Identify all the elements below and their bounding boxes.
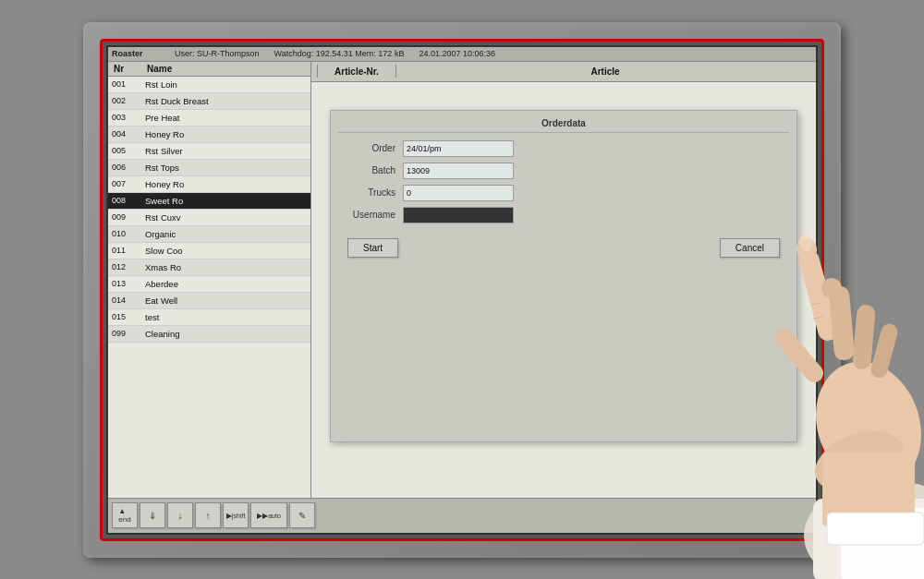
svg-rect-15 (827, 513, 924, 545)
toolbar-btn-skip-auto[interactable]: ▶▶auto (250, 502, 287, 528)
svg-rect-8 (852, 304, 876, 369)
modal-buttons: Start Cancel (338, 238, 789, 258)
screen-border: Roaster User: SU-R-Thompson Watchdog: 19… (100, 39, 824, 541)
user-label: User: SU-R-Thompson (175, 49, 260, 58)
table-row[interactable]: 009 Rst Cuxv (108, 210, 310, 226)
row-nr: 099 (108, 329, 141, 338)
row-nr: 006 (108, 163, 141, 172)
username-input[interactable] (403, 207, 514, 223)
table-row[interactable]: 005 Rst Silver (108, 143, 310, 160)
trucks-label: Trucks (338, 187, 403, 198)
table-row[interactable]: 013 Aberdee (108, 276, 310, 293)
username-field: Username (338, 207, 789, 223)
row-nr: 001 (108, 79, 141, 89)
right-rows: Orderdata Order Batch (311, 82, 816, 498)
order-input[interactable] (403, 140, 514, 157)
row-nr: 007 (108, 179, 141, 188)
row-name: Eat Well (141, 296, 310, 306)
row-name: Pre Heat (141, 113, 310, 123)
right-area: Article-Nr. Article Orderdata Order (311, 62, 816, 498)
row-name: Rst Cuxv (141, 212, 310, 223)
table-row[interactable]: 007 Honey Ro (108, 176, 310, 193)
col-name-header: Name (143, 64, 309, 74)
table-row[interactable]: 003 Pre Heat (108, 110, 310, 127)
order-field: Order (338, 140, 789, 157)
orderdata-modal: Orderdata Order Batch (330, 110, 797, 442)
row-nr: 002 (108, 96, 141, 105)
table-row[interactable]: 010 Organic (108, 226, 310, 243)
batch-label: Batch (338, 165, 403, 175)
row-name: test (141, 312, 310, 322)
row-name: Rst Loin (141, 79, 310, 90)
modal-title: Orderdata (338, 118, 789, 133)
row-nr: 013 (108, 279, 141, 288)
toolbar-btn-up[interactable]: ▲end (112, 502, 138, 528)
screen-inner: Roaster User: SU-R-Thompson Watchdog: 19… (108, 47, 816, 533)
table-row[interactable]: 006 Rst Tops (108, 160, 310, 176)
table-row[interactable]: 001 Rst Loin (108, 77, 310, 93)
article-header: Article-Nr. Article (311, 62, 816, 82)
title-bar-info: User: SU-R-Thompson Watchdog: 192.54.31 … (175, 49, 812, 58)
start-button[interactable]: Start (347, 238, 398, 258)
row-name: Rst Silver (141, 146, 310, 156)
toolbar-btn-skip-fwd[interactable]: ▶|shift (223, 502, 249, 528)
row-name: Sweet Ro (141, 196, 310, 206)
trucks-field: Trucks (338, 185, 789, 201)
row-nr: 003 (108, 113, 141, 122)
cancel-button[interactable]: Cancel (720, 238, 780, 258)
row-nr: 005 (108, 146, 141, 155)
table-rows: 001 Rst Loin 002 Rst Duck Breast 003 Pre… (108, 77, 310, 498)
table-row[interactable]: 012 Xmas Ro (108, 259, 310, 276)
row-name: Slow Coo (141, 246, 310, 256)
row-nr: 014 (108, 296, 141, 305)
toolbar-btn-edit[interactable]: ✎ (289, 502, 315, 528)
table-row[interactable]: 014 Eat Well (108, 293, 310, 309)
col-article-nr-header: Article-Nr. (320, 66, 394, 77)
batch-field: Batch (338, 163, 789, 179)
datetime: 24.01.2007 10:06:36 (419, 49, 495, 58)
table-row[interactable]: 002 Rst Duck Breast (108, 93, 310, 110)
toolbar-btn-up2[interactable]: ↑ (195, 502, 221, 528)
col-nr-header: Nr (110, 64, 143, 74)
row-name: Aberdee (141, 279, 310, 289)
batch-input[interactable] (403, 163, 514, 179)
table-row[interactable]: 011 Slow Coo (108, 243, 310, 259)
row-name: Cleaning (141, 329, 310, 339)
svg-rect-9 (869, 322, 900, 380)
svg-rect-2 (841, 508, 924, 579)
content-area: Nr Name 001 Rst Loin 002 Rst Duck Breast… (108, 62, 816, 498)
toolbar-btn-down[interactable]: ↓ (167, 502, 193, 528)
row-nr: 011 (108, 246, 141, 255)
row-nr: 004 (108, 129, 141, 139)
watchdog-info: Watchdog: 192.54.31 Mem: 172 kB (274, 49, 405, 58)
row-nr: 015 (108, 312, 141, 321)
table-row[interactable]: 004 Honey Ro (108, 127, 310, 143)
toolbar-btn-down-double[interactable]: ⇓ (140, 502, 165, 528)
row-name: Honey Ro (141, 179, 310, 189)
panel-outer: Roaster User: SU-R-Thompson Watchdog: 19… (83, 22, 841, 558)
row-name: Organic (141, 229, 310, 239)
row-name: Rst Tops (141, 163, 310, 173)
row-name: Rst Duck Breast (141, 96, 310, 106)
row-name: Xmas Ro (141, 262, 310, 272)
table-area: Nr Name 001 Rst Loin 002 Rst Duck Breast… (108, 62, 311, 498)
row-nr: 009 (108, 212, 141, 222)
row-nr: 012 (108, 262, 141, 271)
toolbar: ▲end ⇓ ↓ ↑ ▶|shift ▶▶auto ✎ (108, 498, 816, 533)
table-row[interactable]: 015 test (108, 309, 310, 326)
trucks-input[interactable] (403, 185, 514, 201)
table-header: Nr Name (108, 62, 310, 77)
screen: Roaster User: SU-R-Thompson Watchdog: 19… (106, 45, 818, 535)
row-nr: 010 (108, 229, 141, 238)
order-label: Order (338, 143, 403, 153)
table-row[interactable]: 099 Cleaning (108, 326, 310, 343)
table-row[interactable]: 008 Sweet Ro (108, 193, 310, 210)
row-name: Honey Ro (141, 129, 310, 139)
username-label: Username (338, 210, 403, 220)
col-article-header: Article (398, 66, 812, 77)
row-nr: 008 (108, 196, 141, 205)
title-bar: Roaster User: SU-R-Thompson Watchdog: 19… (108, 47, 816, 62)
app-title: Roaster (112, 49, 167, 58)
